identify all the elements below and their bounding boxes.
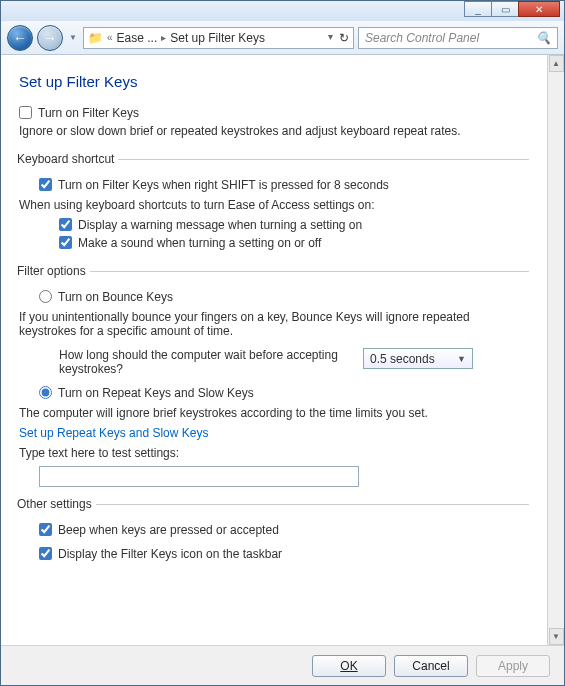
page-title: Set up Filter Keys [19, 73, 529, 90]
breadcrumb-seg2[interactable]: Set up Filter Keys [170, 31, 265, 45]
beep-label: Beep when keys are pressed or accepted [58, 523, 279, 537]
shortcut-subheading: When using keyboard shortcuts to turn Ea… [19, 198, 529, 212]
close-button[interactable]: ✕ [518, 1, 560, 17]
other-settings-group: Other settings Beep when keys are presse… [19, 497, 529, 565]
taskbar-icon-checkbox[interactable] [39, 547, 52, 560]
back-button[interactable]: ← [7, 25, 33, 51]
bounce-wait-question: How long should the computer wait before… [59, 348, 339, 376]
titlebar: _ ▭ ✕ [1, 1, 564, 21]
filter-options-group: Filter options Turn on Bounce Keys If yo… [19, 264, 529, 487]
nav-history-dropdown[interactable]: ▼ [67, 28, 79, 48]
nav-bar: ← → ▼ 📁 « Ease ... ▸ Set up Filter Keys … [1, 21, 564, 55]
keyboard-shortcut-legend: Keyboard shortcut [17, 152, 118, 166]
chevron-down-icon: ▼ [457, 354, 466, 364]
address-bar[interactable]: 📁 « Ease ... ▸ Set up Filter Keys ▾ ↻ [83, 27, 354, 49]
scroll-down-button[interactable]: ▼ [549, 628, 564, 645]
chevron-right-icon: ▸ [161, 32, 166, 43]
vertical-scrollbar[interactable]: ▲ ▼ [547, 55, 564, 645]
breadcrumb-sep: « [107, 32, 113, 43]
cancel-button[interactable]: Cancel [394, 655, 468, 677]
shift-shortcut-checkbox[interactable] [39, 178, 52, 191]
content-area: Set up Filter Keys Turn on Filter Keys I… [1, 55, 547, 645]
keyboard-shortcut-group: Keyboard shortcut Turn on Filter Keys wh… [19, 152, 529, 254]
make-sound-checkbox[interactable] [59, 236, 72, 249]
button-bar: OK Cancel Apply [1, 645, 564, 685]
bounce-wait-select[interactable]: 0.5 seconds ▼ [363, 348, 473, 369]
make-sound-label: Make a sound when turning a setting on o… [78, 236, 321, 250]
repeat-keys-label: Turn on Repeat Keys and Slow Keys [58, 386, 254, 400]
apply-button[interactable]: Apply [476, 655, 550, 677]
ok-button[interactable]: OK [312, 655, 386, 677]
bounce-wait-value: 0.5 seconds [370, 352, 435, 366]
maximize-button[interactable]: ▭ [491, 1, 519, 17]
other-settings-legend: Other settings [17, 497, 96, 511]
search-icon: 🔍 [536, 31, 551, 45]
turn-on-filter-keys-label: Turn on Filter Keys [38, 106, 139, 120]
refresh-button[interactable]: ↻ [339, 31, 349, 45]
turn-on-filter-keys-checkbox[interactable] [19, 106, 32, 119]
search-placeholder: Search Control Panel [365, 31, 479, 45]
back-arrow-icon: ← [13, 30, 27, 46]
test-input-label: Type text here to test settings: [19, 446, 529, 460]
beep-checkbox[interactable] [39, 523, 52, 536]
taskbar-icon-label: Display the Filter Keys icon on the task… [58, 547, 282, 561]
bounce-keys-desc: If you unintentionally bounce your finge… [19, 310, 529, 338]
minimize-button[interactable]: _ [464, 1, 492, 17]
breadcrumb-seg1[interactable]: Ease ... [117, 31, 158, 45]
turn-on-desc: Ignore or slow down brief or repeated ke… [19, 124, 529, 138]
repeat-keys-radio[interactable] [39, 386, 52, 399]
filter-options-legend: Filter options [17, 264, 90, 278]
folder-icon: 📁 [88, 31, 103, 45]
repeat-keys-desc: The computer will ignore brief keystroke… [19, 406, 529, 420]
forward-button[interactable]: → [37, 25, 63, 51]
shift-shortcut-label: Turn on Filter Keys when right SHIFT is … [58, 178, 389, 192]
bounce-keys-label: Turn on Bounce Keys [58, 290, 173, 304]
forward-arrow-icon: → [43, 30, 57, 46]
test-input[interactable] [39, 466, 359, 487]
scroll-up-button[interactable]: ▲ [549, 55, 564, 72]
address-dropdown[interactable]: ▾ [328, 31, 333, 45]
control-panel-window: _ ▭ ✕ ← → ▼ 📁 « Ease ... ▸ Set up Filter… [0, 0, 565, 686]
search-input[interactable]: Search Control Panel 🔍 [358, 27, 558, 49]
window-controls: _ ▭ ✕ [465, 1, 560, 17]
bounce-keys-radio[interactable] [39, 290, 52, 303]
setup-repeat-slow-keys-link[interactable]: Set up Repeat Keys and Slow Keys [19, 426, 208, 440]
display-warning-label: Display a warning message when turning a… [78, 218, 362, 232]
display-warning-checkbox[interactable] [59, 218, 72, 231]
